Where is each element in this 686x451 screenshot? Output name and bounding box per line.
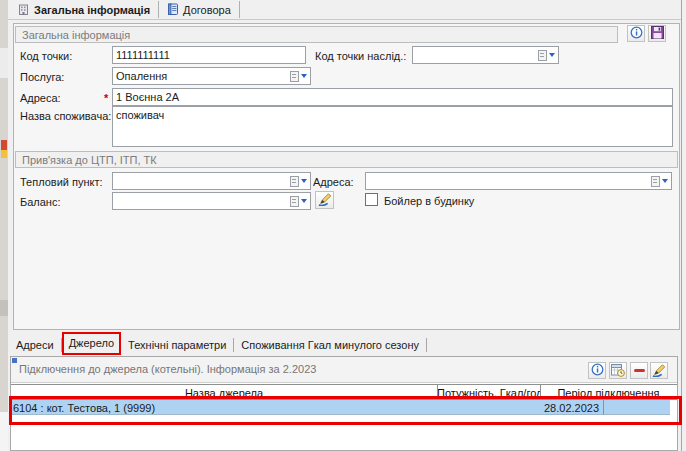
panel-info-button[interactable]: [588, 362, 606, 379]
minus-icon: [634, 369, 645, 372]
adresa-input[interactable]: 1 Воєнна 2А: [112, 88, 673, 106]
column-header-name[interactable]: Назва джерела: [11, 387, 437, 399]
kod-tochky-input[interactable]: 1111111111: [112, 46, 306, 64]
binding-section-title: Прив'язка до ЦТП, ІТП, ТК: [22, 154, 157, 166]
background-strip-fragment: [0, 300, 8, 316]
calendar-clock-icon: [611, 363, 625, 379]
binding-adresa-combo[interactable]: [365, 172, 672, 190]
source-panel-title: Підключення до джерела (котельні). Інфор…: [19, 363, 316, 375]
tab-general-info-label: Загальна інформація: [34, 4, 150, 16]
kod-naslid-label: Код точки наслід.:: [315, 50, 406, 62]
adresa-label: Адреса:: [20, 92, 61, 104]
heat-point-combo[interactable]: [112, 172, 311, 190]
column-header-period[interactable]: Період підключення: [540, 387, 677, 399]
edit-pencil-icon: [652, 363, 666, 379]
dropdown-arrow-icon[interactable]: [538, 50, 555, 61]
general-section-header: Загальна інформація: [15, 26, 618, 43]
balance-label: Баланс:: [20, 196, 61, 208]
top-tabbar-underline: [8, 19, 681, 20]
tab-consumption[interactable]: Споживання Гкал минулого сезону: [234, 338, 427, 352]
tab-general-info[interactable]: Загальна інформація: [10, 1, 159, 18]
adresa-value: 1 Воєнна 2А: [116, 91, 179, 103]
required-asterisk: *: [104, 92, 108, 104]
info-button[interactable]: [627, 25, 645, 42]
boiler-checkbox-label: Бойлер в будинку: [384, 195, 474, 207]
panel-grip-icon: [12, 358, 17, 363]
save-floppy-icon: [651, 26, 664, 41]
column-header-power[interactable]: Потужність, Гкал/год: [437, 387, 540, 399]
posluga-value: Опалення: [116, 70, 290, 82]
tab-addresses[interactable]: Адреси: [16, 338, 62, 352]
consumer-name-value: споживач: [116, 109, 164, 121]
panel-edit-button[interactable]: [650, 362, 668, 379]
dropdown-arrow-icon[interactable]: [290, 71, 307, 82]
save-button[interactable]: [648, 25, 666, 42]
kod-tochky-value: 1111111111: [116, 49, 170, 61]
binding-section-header: Прив'язка до ЦТП, ІТП, ТК: [15, 151, 678, 168]
background-strip-icon: [1, 140, 7, 150]
consumer-name-label: Назва споживача:: [20, 110, 111, 122]
background-strip-icon: [1, 150, 7, 158]
building-icon: [18, 3, 30, 17]
balance-combo[interactable]: [112, 192, 311, 210]
tab-consumption-label: Споживання Гкал минулого сезону: [241, 339, 419, 351]
posluga-combo[interactable]: Опалення: [112, 67, 311, 85]
dropdown-arrow-icon[interactable]: [651, 176, 668, 187]
posluga-label: Послуга:: [20, 71, 64, 83]
dropdown-arrow-icon[interactable]: [290, 176, 307, 187]
panel-remove-button[interactable]: [630, 362, 648, 379]
info-icon: [630, 26, 643, 41]
tab-tech-params-label: Технічні параметри: [128, 339, 226, 351]
background-strip-fragment: [0, 412, 8, 451]
binding-adresa-label: Адреса:: [313, 176, 354, 188]
tab-contracts[interactable]: Договора: [159, 1, 240, 18]
info-icon: [591, 363, 604, 378]
window-right-border: [681, 0, 682, 451]
balance-edit-button[interactable]: [315, 191, 334, 209]
kod-tochky-label: Код точки:: [20, 50, 72, 62]
background-strip-fragment: [0, 48, 8, 78]
row-period-start[interactable]: 28.02.2023: [540, 402, 603, 414]
table-grid-line: [603, 400, 604, 415]
dropdown-arrow-icon[interactable]: [290, 196, 307, 207]
tab-contracts-label: Договора: [183, 4, 231, 16]
boiler-checkbox[interactable]: [365, 193, 378, 206]
notebook-icon: [167, 3, 179, 17]
tab-source[interactable]: Джерело: [62, 332, 121, 355]
tab-tech-params[interactable]: Технічні параметри: [121, 338, 234, 352]
general-section-title: Загальна інформація: [22, 29, 130, 41]
consumer-name-textarea[interactable]: споживач: [112, 106, 673, 147]
panel-period-button[interactable]: [609, 362, 627, 379]
tab-source-label: Джерело: [69, 337, 114, 349]
row-source-name[interactable]: 6104 : кот. Тестова, 1 (9999): [13, 402, 433, 414]
tab-addresses-label: Адреси: [16, 339, 54, 351]
heat-point-label: Тепловий пункт:: [20, 176, 103, 188]
kod-naslid-combo[interactable]: [412, 46, 559, 64]
edit-pencil-icon: [318, 192, 332, 208]
